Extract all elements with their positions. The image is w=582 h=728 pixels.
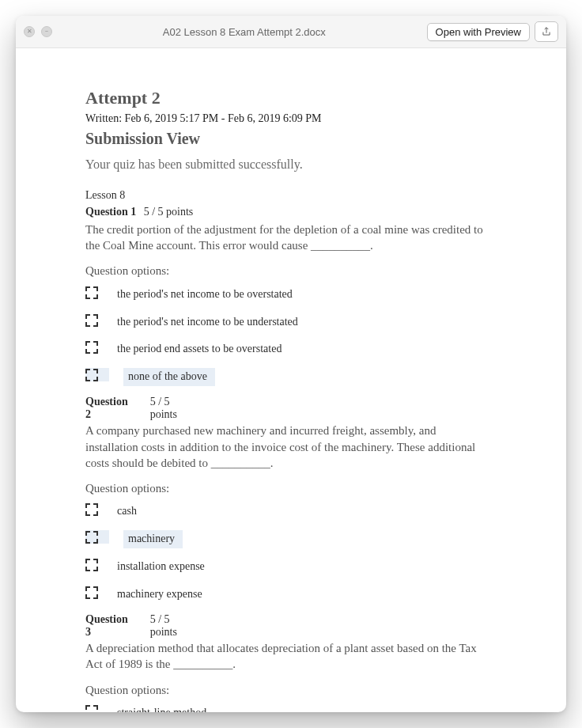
preview-window: ✕ － A02 Lesson 8 Exam Attempt 2.docx Ope… bbox=[16, 16, 566, 712]
question-3-label-num: 3 bbox=[85, 626, 128, 639]
lesson-label: Lesson 8 bbox=[85, 188, 509, 203]
written-line: Written: Feb 6, 2019 5:17 PM - Feb 6, 20… bbox=[85, 112, 509, 127]
submission-view-heading: Submission View bbox=[85, 128, 509, 150]
question-1-points: 5 / 5 points bbox=[144, 206, 194, 218]
window-title: A02 Lesson 8 Exam Attempt 2.docx bbox=[62, 26, 427, 38]
question-2-points-line1: 5 / 5 bbox=[150, 396, 177, 408]
question-1-options-label: Question options: bbox=[85, 263, 509, 279]
option-text: straight-line method bbox=[112, 704, 211, 712]
question-2-option-selected: machinery bbox=[85, 530, 509, 548]
question-2-options-label: Question options: bbox=[85, 480, 509, 496]
option-marker-icon bbox=[85, 586, 98, 599]
question-2-option: machinery expense bbox=[85, 586, 509, 604]
question-2-option: installation expense bbox=[85, 558, 509, 576]
submitted-message: Your quiz has been submitted successfull… bbox=[85, 156, 509, 173]
option-marker-icon bbox=[85, 314, 98, 327]
option-text: the period end assets to be overstated bbox=[112, 340, 286, 358]
question-2-header: Question 2 5 / 5 points bbox=[85, 396, 509, 421]
written-value: Feb 6, 2019 5:17 PM - Feb 6, 2019 6:09 P… bbox=[125, 112, 322, 124]
question-1-label: Question 1 bbox=[85, 206, 136, 218]
question-2-option: cash bbox=[85, 502, 509, 521]
option-marker-icon bbox=[85, 503, 98, 516]
attempt-heading: Attempt 2 bbox=[85, 86, 509, 110]
option-text: installation expense bbox=[112, 558, 210, 576]
option-marker-icon bbox=[85, 369, 98, 381]
option-marker-icon bbox=[85, 286, 98, 299]
question-2-points-line2: points bbox=[150, 408, 177, 421]
option-text: the period's net income to be understate… bbox=[112, 313, 303, 332]
question-1-header: Question 1 5 / 5 points bbox=[85, 205, 509, 220]
question-3-header: Question 3 5 / 5 points bbox=[85, 613, 509, 639]
question-1-text: The credit portion of the adjustment for… bbox=[85, 222, 489, 254]
question-3-options-label: Question options: bbox=[85, 682, 509, 698]
question-1-option: the period's net income to be understate… bbox=[85, 313, 509, 332]
option-text: the period's net income to be overstated bbox=[112, 286, 297, 304]
option-marker-icon bbox=[85, 531, 98, 544]
option-marker-icon bbox=[85, 341, 98, 354]
option-marker-icon bbox=[85, 559, 98, 571]
option-text: machinery expense bbox=[112, 586, 207, 604]
open-with-preview-button[interactable]: Open with Preview bbox=[427, 23, 530, 41]
question-1-option: the period's net income to be overstated bbox=[85, 286, 509, 304]
option-text: none of the above bbox=[123, 368, 215, 386]
titlebar: ✕ － A02 Lesson 8 Exam Attempt 2.docx Ope… bbox=[16, 16, 566, 48]
minimize-window-button[interactable]: － bbox=[41, 26, 52, 37]
question-2-text: A company purchased new machinery and in… bbox=[85, 423, 489, 471]
document-page: Attempt 2 Written: Feb 6, 2019 5:17 PM -… bbox=[16, 48, 566, 712]
close-window-button[interactable]: ✕ bbox=[24, 26, 35, 37]
share-button[interactable] bbox=[535, 21, 558, 42]
question-3-text: A depreciation method that allocates dep… bbox=[85, 640, 489, 673]
share-icon bbox=[541, 26, 552, 37]
question-3-points-line1: 5 / 5 bbox=[150, 613, 177, 626]
option-text: cash bbox=[112, 502, 142, 521]
written-label: Written: bbox=[85, 112, 122, 124]
window-controls: ✕ － bbox=[24, 26, 62, 37]
option-marker-icon bbox=[85, 705, 98, 712]
question-2-label-num: 2 bbox=[85, 408, 128, 421]
question-1-option-selected: none of the above bbox=[85, 368, 509, 386]
option-text: machinery bbox=[123, 530, 183, 548]
question-1-option: the period end assets to be overstated bbox=[85, 340, 509, 358]
question-3-label-word: Question bbox=[85, 613, 128, 626]
question-3-points-line2: points bbox=[150, 626, 177, 639]
question-3-option: straight-line method bbox=[85, 704, 509, 712]
question-2-label-word: Question bbox=[85, 396, 128, 408]
